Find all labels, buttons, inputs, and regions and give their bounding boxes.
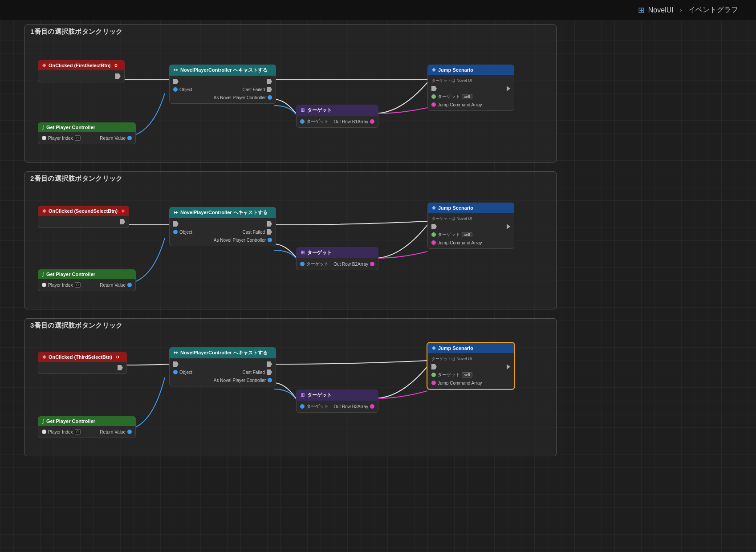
return-val-pin-g1 (127, 136, 132, 140)
datatable-body-g2: ターゲット Out Row B2Array (296, 258, 378, 270)
dt-out-pin-g2 (370, 262, 374, 266)
onclicked-label-g1: OnClicked (FirstSelectBtn) (49, 63, 110, 68)
jump-node-g2[interactable]: ◆ Jump Scenario ターゲットは Novel UI ターゲット se… (427, 203, 514, 249)
cast-node-g2[interactable]: ↦ NovelPlayerController へキャストする Object C… (169, 207, 276, 246)
jump-target-pin-g3 (431, 373, 436, 377)
exec-out-pin-g2 (120, 219, 125, 224)
object-pin-g3 (173, 370, 178, 374)
get-controller-g2[interactable]: ∫ Get Player Controller Player Index 0 R… (38, 269, 136, 291)
as-novel-pin-g1 (268, 95, 272, 100)
return-val-pin-g2 (127, 283, 132, 287)
get-controller-g1[interactable]: ∫ Get Player Controller Player Index 0 R… (38, 122, 136, 144)
cast-label-g1: NovelPlayerController へキャストする (180, 67, 268, 73)
cast-object-row-g1: Object Cast Failed (170, 85, 276, 93)
cast-header-g3: ↦ NovelPlayerController へキャストする (169, 347, 276, 358)
jump-label-g2: Jump Scenario (438, 205, 473, 211)
top-bar: ⊞ NovelUI › イベントグラフ (0, 0, 756, 20)
jump-node-g3[interactable]: ◆ Jump Scenario ターゲットは Novel UI ターゲット se… (427, 343, 514, 389)
dt-out-pin-g1 (370, 119, 374, 124)
jump-exec-in-g2 (431, 224, 437, 229)
jump-header-g3: ◆ Jump Scenario (427, 343, 514, 353)
cast-body-g3: Object Cast Failed As Novel Player Contr… (169, 358, 276, 386)
onclicked-header-g1: ◆ OnClicked (FirstSelectBtn) D (38, 60, 125, 70)
datatable-row-g1: ターゲット Out Row B1Array (297, 118, 378, 126)
dt-out-pin-g3 (370, 404, 374, 409)
get-controller-label-g1: Get Player Controller (46, 125, 95, 130)
get-controller-label-g2: Get Player Controller (46, 272, 95, 277)
jump-label-g1: Jump Scenario (438, 67, 473, 73)
cast-failed-pin-g2 (267, 229, 272, 235)
onclicked-exec-row-g1 (38, 72, 124, 80)
group3-label: 3番目の選択肢ボタンクリック (25, 319, 556, 333)
onclicked-body-g1 (38, 70, 125, 82)
onclicked-header-g3: ◆ OnClicked (ThirdSelectBtn) D (38, 352, 127, 362)
exec-out-pin-g1 (115, 73, 121, 79)
get-controller-body-g2: Player Index 0 Return Value (38, 279, 136, 291)
cast-node-g3[interactable]: ↦ NovelPlayerController へキャストする Object C… (169, 347, 276, 386)
player-index-pin-g3 (42, 430, 46, 434)
as-novel-pin-g2 (268, 238, 272, 242)
group1-label: 1番目の選択肢ボタンクリック (25, 25, 556, 39)
jump-target-row-g1: ターゲット self (428, 93, 514, 101)
breadcrumb: ⊞ NovelUI › イベントグラフ (638, 5, 738, 15)
datatable-body-g1: ターゲット Out Row B1Array (296, 116, 378, 128)
datatable-g2[interactable]: ⊞ ターゲット ターゲット Out Row B2Array (296, 247, 378, 270)
dt-target-pin-g2 (300, 262, 305, 266)
object-pin-g2 (173, 230, 178, 234)
cast-exec-in-g2 (173, 221, 179, 227)
jump-target-pin-g2 (431, 232, 436, 237)
datatable-label-g1: ターゲット (307, 107, 332, 114)
jump-exec-row-g1 (428, 85, 514, 93)
onclicked-label-g3: OnClicked (ThirdSelectBtn) (49, 354, 112, 360)
cast-exec-row-g1 (170, 77, 276, 85)
exec-out-pin-g3 (118, 365, 123, 370)
jump-exec-out-g3 (507, 364, 510, 369)
datatable-body-g3: ターゲット Out Row B3Array (296, 401, 378, 413)
cast-body-g1: Object Cast Failed As Novel Player Contr… (169, 76, 276, 104)
datatable-header-g3: ⊞ ターゲット (296, 390, 378, 401)
get-controller-header-g1: ∫ Get Player Controller (38, 122, 136, 132)
app-icon: ⊞ (638, 5, 645, 15)
onclicked-node-g3[interactable]: ◆ OnClicked (ThirdSelectBtn) D (38, 352, 127, 374)
cast-exec-out-g1 (267, 79, 272, 84)
onclicked-node-g2[interactable]: ◆ OnClicked (SecundSelectBtn) D (38, 206, 129, 228)
onclicked-node-g1[interactable]: ◆ OnClicked (FirstSelectBtn) D (38, 60, 125, 82)
cast-exec-out-g3 (267, 361, 272, 367)
jump-node-g1[interactable]: ◆ Jump Scenario ターゲットは Novel UI ターゲット se… (427, 65, 514, 111)
get-controller-g3[interactable]: ∫ Get Player Controller Player Index 0 R… (38, 416, 136, 438)
graph-name: イベントグラフ (688, 5, 738, 15)
player-index-pin-g2 (42, 283, 46, 287)
group2-label: 2番目の選択肢ボタンクリック (25, 172, 556, 186)
as-novel-pin-g3 (268, 378, 272, 382)
cast-exec-in-g1 (173, 79, 179, 84)
get-controller-body-g3: Player Index 0 Return Value (38, 426, 136, 438)
jump-body-g1: ターゲットは Novel UI ターゲット self Jump Command … (427, 75, 514, 111)
player-index-pin-g1 (42, 136, 46, 140)
jump-body-g3: ターゲットは Novel UI ターゲット self Jump Command … (427, 353, 514, 389)
cast-exec-out-g2 (267, 221, 272, 227)
jump-sub-g1: ターゲットは Novel UI (428, 77, 514, 85)
datatable-header-g2: ⊞ ターゲット (296, 247, 378, 258)
jump-target-pin-g1 (431, 94, 436, 99)
cast-header-g1: ↦ NovelPlayerController へキャストする (169, 65, 276, 76)
player-index-row-g1: Player Index 0 Return Value (38, 134, 135, 142)
get-controller-body-g1: Player Index 0 Return Value (38, 132, 136, 144)
cast-exec-in-g3 (173, 361, 179, 367)
cast-body-g2: Object Cast Failed As Novel Player Contr… (169, 218, 276, 246)
onclicked-body-g2 (38, 216, 129, 228)
jump-header-g2: ◆ Jump Scenario (427, 203, 514, 213)
datatable-label-g2: ターゲット (307, 249, 332, 256)
jump-array-pin-g3 (431, 381, 436, 385)
datatable-g3[interactable]: ⊞ ターゲット ターゲット Out Row B3Array (296, 390, 378, 413)
datatable-g1[interactable]: ⊞ ターゲット ターゲット Out Row B1Array (296, 105, 378, 128)
datatable-header-g1: ⊞ ターゲット (296, 105, 378, 116)
dt-target-pin-g1 (300, 119, 305, 124)
jump-array-pin-g1 (431, 102, 436, 107)
jump-exec-in-g3 (431, 364, 437, 369)
onclicked-label-g2: OnClicked (SecundSelectBtn) (49, 208, 118, 214)
jump-array-row-g1: Jump Command Array (428, 101, 514, 109)
jump-exec-in-g1 (431, 86, 437, 91)
datatable-label-g3: ターゲット (307, 392, 332, 398)
onclicked-header-g2: ◆ OnClicked (SecundSelectBtn) D (38, 206, 129, 216)
cast-node-g1[interactable]: ↦ NovelPlayerController へキャストする Object C… (169, 65, 276, 104)
